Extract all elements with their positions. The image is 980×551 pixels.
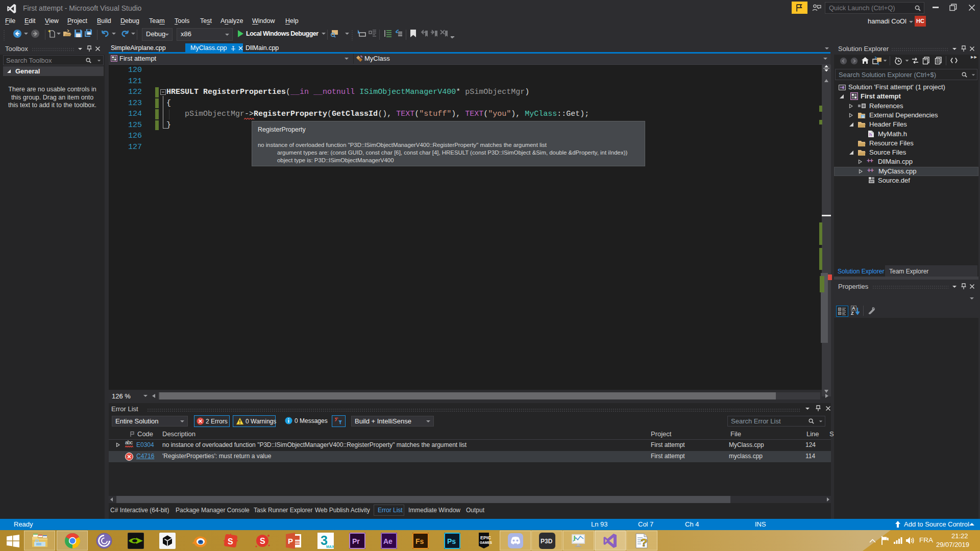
svg-text:MAX: MAX [326,545,334,548]
svg-text:S: S [260,537,265,545]
svg-text:Pr: Pr [352,537,360,545]
svg-text:EPIC: EPIC [480,535,492,540]
svg-text:Ae: Ae [383,537,393,545]
svg-text:?: ? [641,536,647,549]
svg-text:GAMES: GAMES [480,541,492,544]
svg-text:P: P [288,537,293,545]
svg-text:Fs: Fs [415,537,424,545]
svg-text:Ps: Ps [447,537,456,545]
svg-text:S: S [228,537,233,546]
svg-text:P3D: P3D [541,538,553,545]
svg-text:h: h [869,132,872,137]
